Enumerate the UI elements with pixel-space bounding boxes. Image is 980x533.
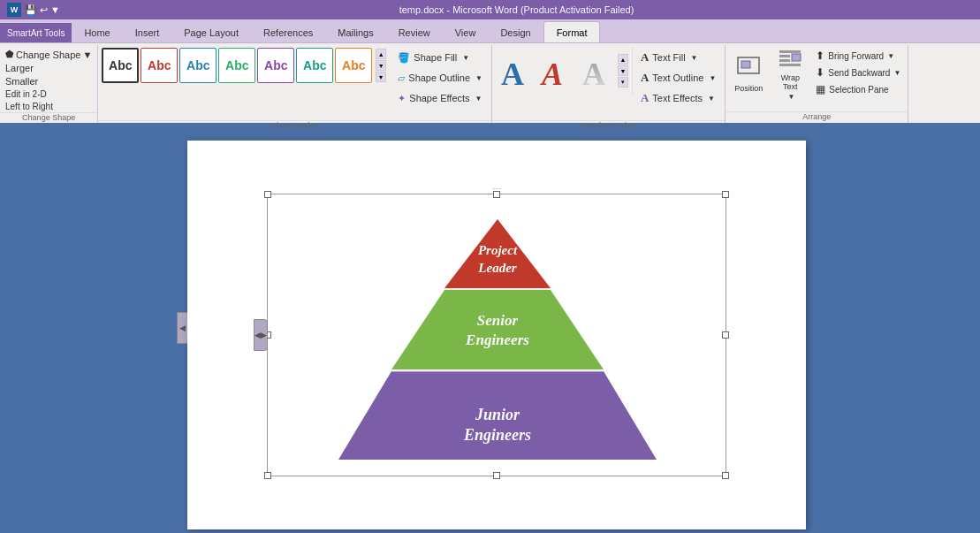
svg-rect-5: [779, 50, 801, 53]
position-button[interactable]: Position: [729, 48, 768, 99]
shape-style-7[interactable]: Abc: [335, 48, 372, 83]
tab-format[interactable]: Format: [543, 21, 601, 42]
tab-bar: SmartArt Tools Home Insert Page Layout R…: [0, 19, 980, 42]
shape-style-5[interactable]: Abc: [257, 48, 294, 83]
tab-mailings[interactable]: Mailings: [325, 23, 385, 42]
shape-style-1[interactable]: Abc: [102, 48, 139, 83]
bring-forward-button[interactable]: ⬆ Bring Forward ▼: [812, 48, 904, 64]
shape-effects-icon: ✦: [398, 93, 406, 104]
smartart-frame[interactable]: ⋯ ◀▶ Junior Engineers: [267, 194, 726, 476]
text-fill-button[interactable]: A Text Fill ▼: [635, 48, 721, 67]
svg-rect-4: [741, 61, 750, 68]
scroll-up[interactable]: ▲: [376, 49, 386, 59]
shape-style-3[interactable]: Abc: [179, 48, 217, 83]
shape-style-4[interactable]: Abc: [218, 48, 255, 83]
shape-fill-icon: 🪣: [398, 52, 410, 64]
tab-references[interactable]: References: [251, 23, 325, 42]
change-shape-group: ⬟ Change Shape ▼ Larger Smaller Edit in …: [0, 45, 98, 123]
handle-mr[interactable]: [722, 331, 729, 339]
shape-outline-button[interactable]: ▱ Shape Outline ▼: [392, 68, 488, 88]
tab-review[interactable]: Review: [386, 23, 443, 42]
text-effects-icon: A: [641, 91, 649, 105]
text-outline-arrow: ▼: [709, 74, 716, 82]
tab-page-layout[interactable]: Page Layout: [171, 23, 251, 42]
tab-insert[interactable]: Insert: [123, 23, 172, 42]
title-bar-left: W 💾 ↩ ▼: [7, 3, 60, 17]
shape-outline-arrow: ▼: [475, 74, 482, 82]
svg-text:A: A: [540, 57, 563, 92]
svg-text:A: A: [501, 57, 524, 92]
svg-rect-8: [779, 59, 790, 62]
document-page: ⋯ ◀▶ Junior Engineers: [187, 141, 806, 529]
handle-bc[interactable]: [493, 472, 500, 479]
handle-tr[interactable]: [722, 191, 729, 198]
wordart-scroll-up[interactable]: ▲: [618, 54, 628, 65]
arrange-stack: ⬆ Bring Forward ▼ ⬇ Send Backward ▼ ▦ Se…: [812, 48, 904, 97]
word-icon: W: [7, 3, 21, 17]
wrap-text-button[interactable]: WrapText ▼: [771, 48, 809, 99]
ribbon: ⬟ Change Shape ▼ Larger Smaller Edit in …: [0, 42, 980, 123]
send-backward-button[interactable]: ⬇ Send Backward ▼: [812, 65, 904, 80]
change-shape-label: Change Shape: [0, 112, 97, 124]
shape-effects-button[interactable]: ✦ Shape Effects ▼: [392, 88, 488, 108]
edit-2d-button[interactable]: Edit in 2-D: [4, 88, 49, 100]
shape-outline-icon: ▱: [398, 72, 405, 84]
level-2-text2: Engineers: [465, 331, 529, 348]
bring-forward-icon: ⬆: [816, 49, 824, 62]
smaller-button[interactable]: Smaller: [4, 75, 40, 88]
drag-handle[interactable]: ⋯: [492, 184, 501, 194]
scroll-expand[interactable]: ▾: [376, 72, 386, 82]
svg-rect-6: [779, 55, 790, 57]
selection-pane-button[interactable]: ▦ Selection Pane: [812, 81, 904, 97]
level-1-text: Project: [477, 243, 517, 257]
svg-rect-7: [792, 54, 801, 61]
wordart-style-2[interactable]: A: [536, 48, 575, 94]
text-fill-arrow: ▼: [691, 54, 698, 62]
wordart-scroll-down[interactable]: ▼: [618, 65, 628, 76]
level-3-text: Junior: [474, 406, 520, 423]
larger-button[interactable]: Larger: [4, 62, 35, 74]
shape-style-6[interactable]: Abc: [296, 48, 333, 83]
position-icon: [734, 54, 763, 82]
quick-access: 💾 ↩ ▼: [25, 4, 60, 16]
scroll-down[interactable]: ▼: [376, 60, 386, 71]
shape-effects-arrow: ▼: [475, 95, 482, 103]
change-shape-icon: ⬟: [5, 49, 14, 60]
tab-design[interactable]: Design: [488, 23, 543, 42]
text-effects-button[interactable]: A Text Effects ▼: [635, 88, 721, 108]
bring-forward-arrow: ▼: [887, 52, 894, 60]
wrap-text-icon: [776, 47, 804, 72]
level-3-text2: Engineers: [462, 426, 530, 444]
wordart-scroll-expand[interactable]: ▾: [618, 77, 628, 88]
wordart-styles-group: A A A: [492, 45, 726, 123]
wordart-scroll[interactable]: ▲ ▼ ▾: [618, 54, 628, 88]
wordart-style-1[interactable]: A: [496, 48, 535, 94]
tab-view[interactable]: View: [443, 23, 489, 42]
change-shape-dropdown: ▼: [82, 49, 92, 60]
title-bar-title: temp.docx - Microsoft Word (Product Acti…: [60, 4, 973, 15]
level-2-text: Senior: [476, 312, 518, 329]
send-backward-arrow: ▼: [893, 69, 900, 77]
smartart-sidebar-toggle[interactable]: ◀▶: [254, 319, 268, 351]
shape-fill-button[interactable]: 🪣 Shape Fill ▼: [392, 48, 488, 67]
level-1-text2: Leader: [477, 261, 516, 275]
smartart-tools-label: SmartArt Tools: [0, 23, 72, 42]
shape-style-scroll[interactable]: ▲ ▼ ▾: [376, 49, 386, 82]
handle-bl[interactable]: [264, 472, 271, 479]
wordart-styles-label: WordArt Styles: [492, 120, 725, 132]
text-outline-button[interactable]: A Text Outline ▼: [635, 68, 721, 88]
svg-text:A: A: [582, 57, 605, 92]
pyramid-chart: Junior Engineers Senior Engineers Projec…: [268, 194, 727, 477]
pyramid-level-2[interactable]: [391, 290, 604, 369]
handle-tl[interactable]: [264, 191, 271, 198]
change-shape-button[interactable]: ⬟ Change Shape ▼: [4, 48, 94, 61]
shape-styles-label: Shape Styles: [98, 120, 491, 132]
tab-home[interactable]: Home: [72, 23, 122, 42]
text-fill-icon: A: [641, 50, 649, 65]
left-to-right-button[interactable]: Left to Right: [4, 101, 55, 112]
handle-br[interactable]: [722, 472, 729, 479]
wordart-style-3[interactable]: A: [577, 48, 616, 94]
shape-style-2[interactable]: Abc: [141, 48, 178, 83]
send-backward-icon: ⬇: [816, 66, 824, 79]
shape-props: 🪣 Shape Fill ▼ ▱ Shape Outline ▼ ✦ Shape…: [392, 48, 488, 120]
